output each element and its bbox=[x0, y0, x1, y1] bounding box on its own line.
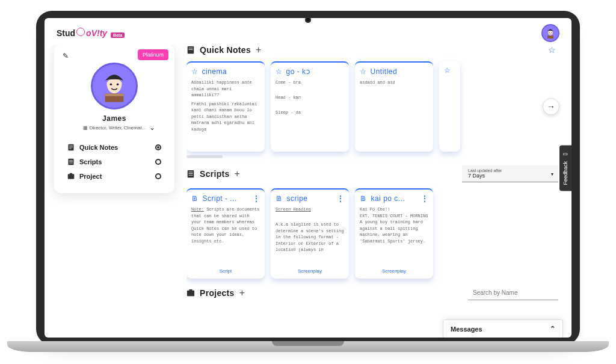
main-content: Quick Notes + ☆ ☆cinema Abbailiki happin… bbox=[186, 45, 562, 334]
svg-rect-16 bbox=[69, 163, 73, 164]
card-title: cinema bbox=[202, 67, 227, 76]
logo-text-1: Stud bbox=[57, 28, 75, 38]
note-card[interactable]: ☆cinema Abbailiki happiness ante chala u… bbox=[186, 61, 265, 152]
feedback-tab[interactable]: Feedback ▭ bbox=[559, 146, 571, 191]
svg-rect-11 bbox=[69, 147, 73, 147]
sidebar-nav: Quick Notes Scripts bbox=[63, 140, 166, 184]
scripts-row: 🗎Script - ... ⋮ Note: Scripts are docume… bbox=[186, 188, 558, 279]
star-icon[interactable]: ☆ bbox=[360, 67, 367, 76]
svg-rect-20 bbox=[189, 48, 193, 49]
messages-dock[interactable]: Messages ⌃ bbox=[443, 319, 563, 338]
radio-icon bbox=[155, 144, 161, 150]
svg-point-2 bbox=[551, 32, 552, 32]
doc-icon: 🗎 bbox=[276, 194, 283, 203]
app-screen: Stud oV!ty Beta ✎ bbox=[45, 18, 571, 338]
svg-rect-10 bbox=[69, 146, 73, 146]
card-type-label: Screenplay bbox=[276, 267, 344, 274]
card-menu-icon[interactable]: ⋮ bbox=[421, 194, 429, 203]
note-card-peek[interactable]: ☆ bbox=[439, 61, 460, 152]
laptop-base bbox=[7, 341, 609, 352]
add-note-button[interactable]: + bbox=[256, 45, 262, 55]
caret-down-icon: ▾ bbox=[551, 171, 553, 176]
filter-select[interactable]: Last updated after 7 Days ▾ bbox=[462, 165, 558, 182]
script-card[interactable]: 🗎scripe ⋮ Screen Heading A.k.a slugline … bbox=[271, 188, 349, 279]
header-avatar[interactable] bbox=[541, 24, 559, 42]
avatar-large-icon bbox=[97, 69, 131, 103]
svg-rect-25 bbox=[189, 175, 193, 176]
nav-label: Project bbox=[79, 173, 102, 180]
section-title-text: Projects bbox=[200, 288, 235, 298]
script-card[interactable]: 🗎kai po c... ⋮ Kai Po Che!! EXT. TENNIS … bbox=[355, 188, 433, 279]
radio-icon bbox=[155, 159, 161, 165]
add-project-button[interactable]: + bbox=[239, 288, 245, 298]
app-header: Stud oV!ty Beta bbox=[45, 18, 571, 45]
section-quick-notes: Quick Notes + ☆ ☆cinema Abbailiki happin… bbox=[186, 45, 558, 158]
svg-rect-21 bbox=[189, 49, 193, 50]
svg-rect-17 bbox=[68, 174, 75, 179]
card-title: Untitled bbox=[371, 67, 398, 76]
section-scripts: Scripts + Last updated after 7 Days ▾ � bbox=[186, 165, 558, 279]
card-body: asdasd and asd bbox=[360, 79, 428, 147]
logo-mark-icon bbox=[76, 28, 85, 36]
add-script-button[interactable]: + bbox=[235, 168, 241, 179]
star-icon[interactable]: ☆ bbox=[191, 67, 199, 76]
script-card[interactable]: 🗎Script - ... ⋮ Note: Scripts are docume… bbox=[186, 188, 265, 279]
nav-project[interactable]: Project bbox=[65, 169, 164, 184]
card-title: go - kɔ bbox=[286, 67, 311, 76]
expand-profile-icon[interactable]: ⌄ bbox=[149, 123, 155, 132]
svg-rect-26 bbox=[187, 291, 194, 297]
note-icon bbox=[67, 144, 75, 151]
svg-rect-18 bbox=[70, 173, 73, 174]
script-icon bbox=[67, 158, 75, 165]
star-icon[interactable]: ☆ bbox=[444, 66, 451, 75]
edit-profile-icon[interactable]: ✎ bbox=[63, 52, 69, 60]
logo[interactable]: Stud oV!ty Beta bbox=[57, 28, 125, 38]
feedback-label: Feedback bbox=[562, 161, 568, 185]
svg-rect-14 bbox=[69, 160, 73, 161]
profile-avatar[interactable] bbox=[91, 63, 138, 110]
user-name-label: James bbox=[63, 114, 166, 123]
nav-scripts[interactable]: Scripts bbox=[65, 155, 164, 169]
quick-notes-row: ☆cinema Abbailiki happiness ante chala u… bbox=[186, 61, 558, 152]
svg-rect-15 bbox=[69, 161, 73, 162]
doc-icon: 🗎 bbox=[360, 194, 368, 203]
doc-icon: 🗎 bbox=[191, 194, 199, 203]
svg-rect-8 bbox=[105, 94, 124, 96]
svg-point-6 bbox=[117, 83, 119, 85]
star-icon[interactable]: ☆ bbox=[276, 67, 283, 76]
radio-icon bbox=[155, 173, 161, 179]
comment-icon: ▭ bbox=[562, 152, 568, 158]
filter-label: Last updated after bbox=[468, 168, 543, 173]
svg-rect-24 bbox=[189, 173, 193, 174]
nav-label: Scripts bbox=[79, 158, 102, 165]
card-title: Script - ... bbox=[203, 194, 237, 203]
section-script-icon bbox=[186, 170, 195, 178]
section-project-icon bbox=[186, 289, 195, 297]
card-menu-icon[interactable]: ⋮ bbox=[253, 194, 260, 203]
section-note-icon bbox=[186, 46, 195, 54]
card-title: kai po c... bbox=[371, 194, 405, 203]
card-body: Abbailiki happiness ante chala unnai mar… bbox=[191, 79, 260, 147]
svg-point-1 bbox=[549, 32, 549, 32]
beta-badge: Beta bbox=[111, 32, 125, 38]
next-arrow-button[interactable]: → bbox=[543, 98, 559, 115]
plan-badge: Platinum bbox=[138, 49, 168, 60]
note-card[interactable]: ☆go - kɔ Come - bra Head - kan Sleep - d… bbox=[271, 61, 349, 152]
laptop-frame: Stud oV!ty Beta ✎ bbox=[36, 11, 580, 345]
scroll-indicator[interactable] bbox=[186, 155, 223, 158]
avatar-icon bbox=[544, 27, 556, 39]
svg-rect-3 bbox=[547, 35, 553, 39]
sidebar: ✎ Platinum James bbox=[54, 45, 174, 334]
logo-text-2: oV!ty bbox=[86, 28, 107, 38]
search-placeholder: Search by Name bbox=[473, 289, 517, 296]
card-type-label: Script bbox=[191, 267, 260, 274]
card-menu-icon[interactable]: ⋮ bbox=[337, 194, 345, 203]
note-card[interactable]: ☆Untitled asdasd and asd bbox=[355, 61, 433, 152]
nav-quick-notes[interactable]: Quick Notes bbox=[65, 140, 164, 155]
favorites-star-icon[interactable]: ☆ bbox=[548, 45, 556, 55]
card-body: Come - bra Head - kan Sleep - da bbox=[276, 79, 344, 147]
project-search-input[interactable]: Search by Name bbox=[468, 286, 558, 300]
chevron-up-icon: ⌃ bbox=[550, 325, 555, 333]
project-icon bbox=[67, 173, 75, 180]
roles-text: Director, Writer, Cinemat... bbox=[90, 125, 146, 131]
